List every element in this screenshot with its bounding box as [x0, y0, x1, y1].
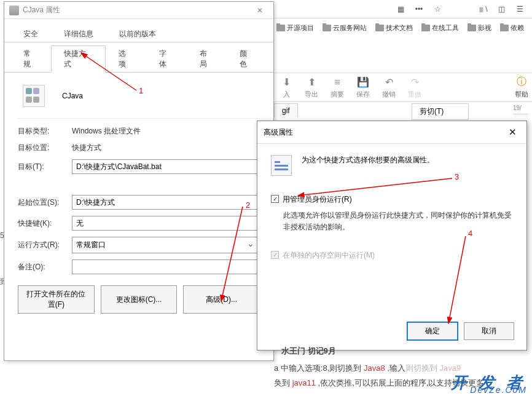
tab-security[interactable]: 安全 [10, 26, 51, 42]
cancel-button[interactable]: 取消 [464, 322, 514, 340]
library-icon[interactable]: ⫼\ [478, 4, 488, 14]
advanced-title: 高级属性 [264, 127, 293, 138]
label-target: 目标(T): [18, 162, 66, 172]
watermark-sub: DevZe.CoM [470, 385, 527, 395]
input-shortcut-key[interactable] [72, 216, 260, 231]
annotation-2: 2 [246, 200, 250, 210]
tb-undo[interactable]: ↶撤销 [382, 76, 396, 99]
properties-icon [271, 155, 292, 176]
advanced-dialog: 高级属性 ✕ 为这个快捷方式选择你想要的高级属性。 用管理员身份运行(R) 此选… [257, 121, 527, 350]
tb-redo[interactable]: ↷重做 [408, 76, 421, 99]
label-comment: 备注(O): [18, 262, 66, 272]
tb-summary[interactable]: ≡摘要 [331, 76, 344, 99]
value-target-loc: 快捷方式 [72, 143, 101, 153]
desc-run-as-admin: 此选项允许你以管理员身份运行此快捷方式，同时保护你的计算机免受非授权活动的影响。 [283, 210, 513, 233]
tab-row-top: 安全 详细信息 以前的版本 [4, 23, 273, 42]
tb-help[interactable]: ⓘ帮助 [515, 76, 528, 99]
redo-icon: ↷ [409, 76, 421, 89]
article-line: a 中输入选项:8,则切换到 Java8 ,输入则切换到 Java9 [274, 361, 461, 375]
label-target-loc: 目标位置: [18, 143, 66, 153]
open-location-button[interactable]: 打开文件所在的位置(F) [18, 285, 95, 314]
label-start-in: 起始位置(S): [18, 197, 66, 208]
tab-previous[interactable]: 以前的版本 [106, 26, 169, 42]
export-icon: ⬆ [305, 76, 318, 89]
more-icon[interactable]: ••• [414, 4, 424, 14]
folder-icon [375, 25, 384, 31]
folder-icon [500, 25, 509, 31]
tab-shortcut[interactable]: 快捷方式 [51, 46, 106, 73]
app-icon [23, 85, 45, 107]
tab-cut[interactable]: 剪切(T) [412, 103, 469, 120]
date-fragment: 19/ [513, 105, 528, 114]
ok-button[interactable]: 确定 [407, 322, 458, 340]
tab-colors[interactable]: 颜色 [227, 46, 267, 73]
editor-toolbar: ⬇入 ⬆导出 ≡摘要 💾保存 ↶撤销 ↷重做 ⓘ帮助 [274, 73, 532, 102]
folder-icon [276, 25, 285, 31]
tab-details[interactable]: 详细信息 [51, 26, 106, 42]
input-start-in[interactable] [72, 195, 260, 210]
tab-font[interactable]: 字体 [146, 46, 187, 73]
article-heading: 水王门 切记9月 [281, 344, 336, 358]
bookmark-folder[interactable]: 影视 [465, 22, 494, 34]
advanced-desc: 为这个快捷方式选择你想要的高级属性。 [302, 155, 434, 165]
reader-icon[interactable]: ☰ [515, 4, 525, 14]
properties-dialog: CJava 属性 ✕ 安全 详细信息 以前的版本 常规 快捷方式 选项 字体 布… [4, 1, 274, 361]
import-icon: ⬇ [280, 76, 292, 89]
input-target[interactable] [72, 159, 260, 174]
close-icon[interactable]: ✕ [505, 125, 520, 139]
sidebar-icon[interactable]: ◫ [496, 4, 506, 14]
bookmark-folder[interactable]: 在线工具 [419, 22, 461, 34]
bookmark-folder[interactable]: 技术文档 [373, 22, 415, 34]
save-icon: 💾 [357, 76, 369, 89]
dialog-body: CJava 目标类型: Windows 批处理文件 目标位置: 快捷方式 目标(… [4, 73, 273, 322]
bookmark-folder[interactable]: 云服务网站 [320, 22, 369, 34]
summary-icon: ≡ [331, 76, 343, 89]
label-shortcut-key: 快捷键(K): [18, 218, 66, 229]
star-icon[interactable]: ☆ [432, 4, 442, 14]
help-icon: ⓘ [515, 76, 528, 89]
advanced-button[interactable]: 高级(D)... [183, 285, 260, 314]
annotation-3: 3 [455, 172, 459, 181]
checkbox-separate-memory [271, 251, 279, 259]
label-run-as-admin: 用管理员身份运行(R) [283, 194, 352, 205]
input-comment[interactable] [72, 259, 260, 274]
qr-icon[interactable]: ▦ [396, 4, 405, 14]
annotation-1: 1 [139, 86, 143, 95]
tb-import[interactable]: ⬇入 [280, 76, 292, 99]
tab-options[interactable]: 选项 [106, 46, 146, 73]
bookmark-folder[interactable]: 依赖 [498, 22, 526, 34]
dialog-titlebar[interactable]: CJava 属性 ✕ [4, 2, 273, 19]
label-target-type: 目标类型: [18, 126, 66, 137]
tab-gif[interactable]: gif [274, 103, 298, 117]
undo-icon: ↶ [383, 76, 395, 89]
checkbox-run-as-admin[interactable] [271, 195, 279, 203]
change-icon-button[interactable]: 更改图标(C)... [101, 285, 178, 314]
folder-icon [421, 25, 430, 31]
folder-icon [323, 25, 331, 31]
app-name: CJava [62, 92, 83, 100]
label-run: 运行方式(R): [18, 240, 66, 250]
select-run[interactable]: 常规窗口 [72, 237, 260, 253]
tb-export[interactable]: ⬆导出 [305, 76, 318, 99]
label-separate-memory: 在单独的内存空间中运行(M) [283, 250, 375, 261]
advanced-titlebar[interactable]: 高级属性 ✕ [257, 121, 526, 144]
tb-save[interactable]: 💾保存 [356, 76, 370, 99]
close-icon[interactable]: ✕ [251, 4, 268, 17]
window-icon [9, 6, 19, 15]
tab-layout[interactable]: 布局 [187, 46, 227, 73]
folder-icon [467, 25, 476, 31]
tab-row-bottom: 常规 快捷方式 选项 字体 布局 颜色 [4, 42, 273, 73]
bookmark-folder[interactable]: 开源项目 [274, 22, 316, 34]
bg-tabs: gif [274, 103, 298, 117]
browser-toolbar: ▦ ••• ☆ ⫼\ ◫ ☰ [274, 0, 532, 18]
value-target-type: Windows 批处理文件 [72, 126, 141, 137]
dialog-title: CJava 属性 [23, 5, 60, 15]
tab-general[interactable]: 常规 [10, 46, 51, 73]
annotation-4: 4 [468, 229, 472, 238]
bookmarks-bar: 开源项目 云服务网站 技术文档 在线工具 影视 依赖 [274, 20, 526, 36]
